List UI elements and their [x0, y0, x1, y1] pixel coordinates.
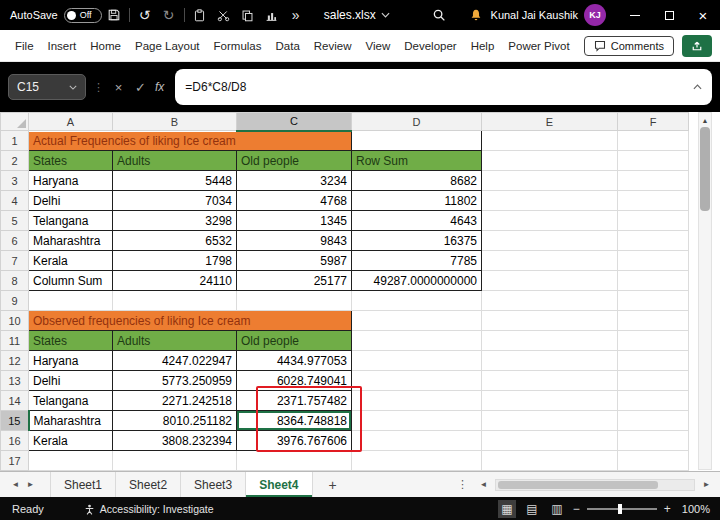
- status-mode[interactable]: Ready: [12, 503, 44, 515]
- cell-F2[interactable]: [618, 151, 689, 171]
- normal-view-icon[interactable]: ▦: [498, 500, 516, 518]
- cell-A2[interactable]: States: [29, 151, 113, 171]
- cell-C14[interactable]: 2371.757482: [237, 391, 352, 411]
- cell-A11[interactable]: States: [29, 331, 113, 351]
- cell-F1[interactable]: [618, 131, 689, 151]
- sheet-tab-sheet2[interactable]: Sheet2: [116, 472, 181, 497]
- formula-input[interactable]: =D6*C8/D8: [175, 69, 712, 105]
- cell-A8[interactable]: Column Sum: [29, 271, 113, 291]
- menu-tab-insert[interactable]: Insert: [41, 30, 84, 61]
- autosave-toggle[interactable]: Off: [64, 8, 102, 23]
- avatar[interactable]: KJ: [584, 4, 606, 26]
- maximize-button[interactable]: [652, 0, 686, 30]
- cell-E15[interactable]: [482, 411, 618, 431]
- cell-E7[interactable]: [482, 251, 618, 271]
- cell-B2[interactable]: Adults: [113, 151, 237, 171]
- cell-A13[interactable]: Delhi: [29, 371, 113, 391]
- cell-B16[interactable]: 3808.232394: [113, 431, 237, 451]
- clipboard-button[interactable]: [188, 3, 212, 27]
- row-header-1[interactable]: 1: [1, 131, 29, 151]
- copy-button[interactable]: [236, 3, 260, 27]
- cell-D2[interactable]: Row Sum: [352, 151, 482, 171]
- cell-D5[interactable]: 4643: [352, 211, 482, 231]
- row-header-4[interactable]: 4: [1, 191, 29, 211]
- cell-F15[interactable]: [618, 411, 689, 431]
- column-header-F[interactable]: F: [618, 113, 689, 131]
- cell-A10[interactable]: Observed frequencies of liking Ice cream: [29, 311, 352, 331]
- tab-overflow-dots[interactable]: ⋮: [457, 478, 468, 491]
- sheet-tab-sheet1[interactable]: Sheet1: [50, 472, 116, 497]
- cell-C9[interactable]: [237, 291, 352, 311]
- column-header-E[interactable]: E: [482, 113, 618, 131]
- cell-B11[interactable]: Adults: [113, 331, 237, 351]
- cell-D14[interactable]: [352, 391, 482, 411]
- row-header-5[interactable]: 5: [1, 211, 29, 231]
- cell-F5[interactable]: [618, 211, 689, 231]
- add-sheet-button[interactable]: +: [321, 477, 345, 493]
- cell-E17[interactable]: [482, 451, 618, 471]
- cell-C12[interactable]: 4434.977053: [237, 351, 352, 371]
- formula-bar-collapse-chevron[interactable]: [693, 84, 702, 90]
- hscroll-left-arrow[interactable]: ◄: [476, 480, 491, 489]
- menu-tab-view[interactable]: View: [359, 30, 398, 61]
- name-box[interactable]: C15: [8, 74, 86, 100]
- close-button[interactable]: ×: [686, 0, 720, 30]
- cell-E10[interactable]: [482, 311, 618, 331]
- menu-tab-power-pivot[interactable]: Power Pivot: [501, 30, 576, 61]
- cell-F14[interactable]: [618, 391, 689, 411]
- cell-F8[interactable]: [618, 271, 689, 291]
- cell-A7[interactable]: Kerala: [29, 251, 113, 271]
- name-box-resize-handle[interactable]: ⋮: [93, 81, 104, 94]
- sheet-nav-left-arrow[interactable]: ◄: [8, 480, 23, 489]
- page-layout-view-icon[interactable]: ▤: [523, 500, 541, 518]
- cell-C11[interactable]: Old people: [237, 331, 352, 351]
- cell-E5[interactable]: [482, 211, 618, 231]
- cell-C13[interactable]: 6028.749041: [237, 371, 352, 391]
- cell-D8[interactable]: 49287.0000000000: [352, 271, 482, 291]
- zoom-out-button[interactable]: −: [573, 502, 580, 516]
- row-header-11[interactable]: 11: [1, 331, 29, 351]
- cell-E9[interactable]: [482, 291, 618, 311]
- share-button[interactable]: [682, 35, 712, 57]
- cell-C3[interactable]: 3234: [237, 171, 352, 191]
- menu-tab-developer[interactable]: Developer: [397, 30, 463, 61]
- minimize-button[interactable]: [618, 0, 652, 30]
- chart-button[interactable]: [260, 3, 284, 27]
- comments-button[interactable]: Comments: [584, 36, 674, 56]
- cell-F3[interactable]: [618, 171, 689, 191]
- column-header-D[interactable]: D: [352, 113, 482, 131]
- cell-A5[interactable]: Telangana: [29, 211, 113, 231]
- cell-D16[interactable]: [352, 431, 482, 451]
- cell-D3[interactable]: 8682: [352, 171, 482, 191]
- cell-B13[interactable]: 5773.250959: [113, 371, 237, 391]
- menu-tab-help[interactable]: Help: [464, 30, 502, 61]
- menu-tab-home[interactable]: Home: [83, 30, 128, 61]
- cell-E3[interactable]: [482, 171, 618, 191]
- row-header-16[interactable]: 16: [1, 431, 29, 451]
- cell-B14[interactable]: 2271.242518: [113, 391, 237, 411]
- cell-F11[interactable]: [618, 331, 689, 351]
- cell-A3[interactable]: Haryana: [29, 171, 113, 191]
- row-header-12[interactable]: 12: [1, 351, 29, 371]
- toolbar-overflow-chevron[interactable]: »: [284, 3, 308, 27]
- cell-D11[interactable]: [352, 331, 482, 351]
- cell-C6[interactable]: 9843: [237, 231, 352, 251]
- cancel-icon[interactable]: ×: [111, 80, 126, 95]
- menu-tab-file[interactable]: File: [8, 30, 41, 61]
- cell-E2[interactable]: [482, 151, 618, 171]
- cell-A12[interactable]: Haryana: [29, 351, 113, 371]
- document-title[interactable]: sales.xlsx: [324, 8, 390, 22]
- cell-B6[interactable]: 6532: [113, 231, 237, 251]
- cell-A6[interactable]: Maharashtra: [29, 231, 113, 251]
- row-header-17[interactable]: 17: [1, 451, 29, 471]
- hscroll-right-arrow[interactable]: ►: [699, 480, 714, 489]
- select-all-corner[interactable]: [1, 113, 29, 131]
- cell-F13[interactable]: [618, 371, 689, 391]
- menu-tab-formulas[interactable]: Formulas: [207, 30, 269, 61]
- cell-B15[interactable]: 8010.251182: [113, 411, 237, 431]
- page-break-view-icon[interactable]: ▥: [548, 500, 566, 518]
- cell-D1[interactable]: [352, 131, 482, 151]
- cell-E6[interactable]: [482, 231, 618, 251]
- undo-button[interactable]: ↺: [133, 3, 157, 27]
- row-header-10[interactable]: 10: [1, 311, 29, 331]
